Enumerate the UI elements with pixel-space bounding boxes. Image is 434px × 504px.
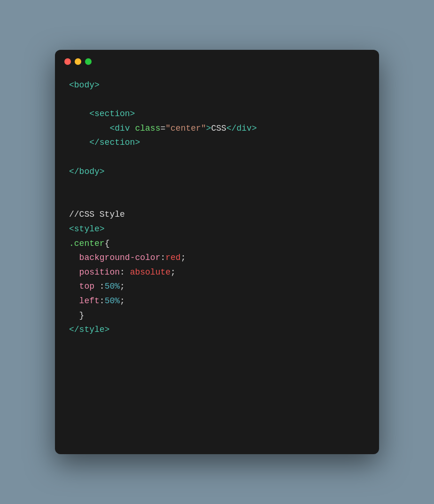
code-line: <div class="center">CSS</div> (69, 121, 365, 136)
code-line: </section> (69, 135, 365, 150)
code-line: <body> (69, 78, 365, 93)
code-line: </body> (69, 165, 365, 179)
minimize-button[interactable] (75, 58, 81, 65)
code-line: //CSS Style (69, 207, 365, 222)
code-line: } (69, 308, 365, 323)
code-content: <body> <section> <div class="center">CSS… (55, 73, 379, 351)
code-line: background-color:red; (69, 251, 365, 265)
maximize-button[interactable] (85, 58, 92, 65)
code-line: position: absolute; (69, 265, 365, 280)
empty-line (69, 193, 365, 208)
code-line: </style> (69, 323, 365, 337)
code-line: .center{ (69, 236, 365, 251)
code-line: <section> (69, 107, 365, 121)
code-line: <style> (69, 222, 365, 236)
empty-line (69, 179, 365, 193)
empty-line (69, 150, 365, 165)
code-editor-window: <body> <section> <div class="center">CSS… (55, 50, 379, 454)
close-button[interactable] (64, 58, 71, 65)
title-bar (55, 50, 379, 73)
code-line: left:50%; (69, 294, 365, 308)
code-line-top: top :50%; (69, 279, 365, 294)
empty-line (69, 93, 365, 107)
